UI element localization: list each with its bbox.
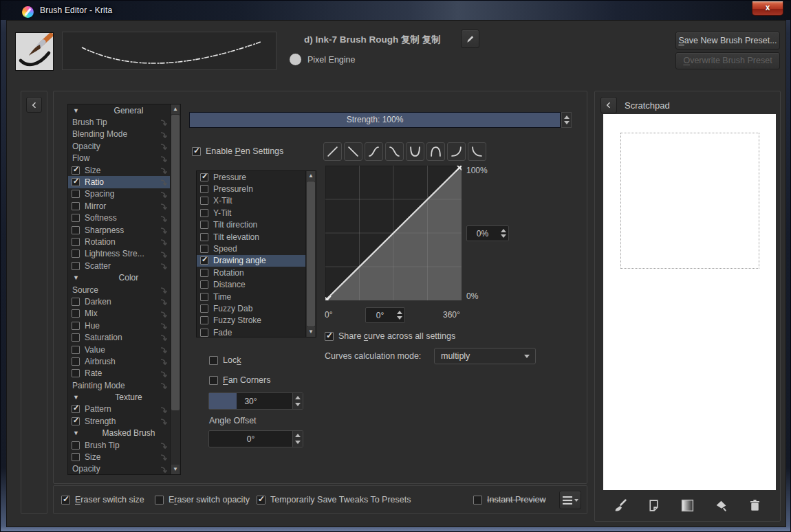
- checkbox-icon[interactable]: [72, 214, 80, 222]
- curve-preset-button[interactable]: [406, 142, 424, 161]
- list-item[interactable]: Distance: [197, 279, 316, 291]
- spin-up-icon[interactable]: [564, 115, 570, 119]
- spin-arrows[interactable]: [394, 308, 404, 322]
- checkbox-icon[interactable]: [72, 357, 80, 366]
- collapse-presets-button[interactable]: [26, 97, 42, 113]
- list-item[interactable]: Rate: [68, 368, 180, 379]
- checkbox-icon[interactable]: [200, 316, 208, 324]
- list-item[interactable]: Flow: [68, 153, 180, 164]
- checkbox-icon[interactable]: [72, 202, 80, 210]
- list-item[interactable]: Fuzzy Stroke: [197, 315, 316, 326]
- footer-checkbox[interactable]: Instant Preview: [473, 495, 545, 505]
- fan-corners-angle-slider[interactable]: 30°: [208, 392, 303, 410]
- footer-checkbox[interactable]: Eraser switch opacity: [155, 495, 250, 505]
- list-item[interactable]: Pressure: [197, 171, 316, 183]
- spin-down-icon[interactable]: [564, 121, 570, 124]
- curve-xvalue-spinbox[interactable]: 0°: [365, 307, 405, 323]
- curves-calculation-mode-select[interactable]: multiply: [434, 348, 536, 364]
- checkbox-icon[interactable]: [72, 238, 80, 246]
- list-item[interactable]: Speed: [197, 243, 316, 254]
- fill-background-button[interactable]: [713, 497, 730, 515]
- list-item[interactable]: Painting Mode: [68, 379, 180, 391]
- curve-preset-button[interactable]: [385, 142, 404, 161]
- spin-arrows[interactable]: [292, 431, 303, 447]
- curve-yvalue-spinbox[interactable]: 0%: [466, 225, 509, 241]
- fan-corners-checkbox[interactable]: Fan Corners: [209, 375, 270, 385]
- list-item[interactable]: Y-Tilt: [197, 207, 316, 219]
- list-section-header[interactable]: ▼General: [68, 104, 180, 116]
- scroll-up-icon[interactable]: ▲: [307, 171, 315, 181]
- list-item[interactable]: Source: [68, 284, 180, 296]
- checkbox-icon[interactable]: [325, 332, 334, 341]
- list-section-header[interactable]: ▼Texture: [68, 391, 180, 403]
- list-item[interactable]: Strength: [68, 415, 180, 427]
- checkbox-icon[interactable]: [72, 226, 80, 234]
- curve-preset-button[interactable]: [426, 142, 445, 161]
- checkbox-icon[interactable]: [72, 453, 80, 461]
- checkbox-icon[interactable]: [72, 417, 80, 425]
- sensors-scrollbar[interactable]: ▲ ▼: [305, 171, 316, 337]
- options-scrollbar[interactable]: ▲ ▼: [170, 104, 180, 474]
- list-item[interactable]: Time: [197, 291, 316, 302]
- scroll-up-icon[interactable]: ▲: [171, 104, 180, 114]
- checkbox-icon[interactable]: [72, 441, 80, 450]
- save-new-preset-button[interactable]: Save New Brush Preset...: [675, 32, 780, 49]
- checkbox-icon[interactable]: [72, 178, 80, 186]
- strength-spin-arrows[interactable]: [561, 112, 572, 128]
- list-item[interactable]: Brush Tip: [68, 439, 180, 451]
- curve-preset-button[interactable]: [447, 142, 466, 161]
- checkbox-icon[interactable]: [200, 221, 208, 229]
- list-item[interactable]: Fade: [197, 326, 316, 337]
- angle-offset-spinbox[interactable]: 0°: [208, 430, 303, 447]
- list-item[interactable]: Value: [68, 344, 180, 355]
- rename-preset-button[interactable]: [461, 30, 479, 48]
- list-item[interactable]: Rotation: [68, 236, 180, 247]
- list-item[interactable]: Opacity: [68, 463, 180, 475]
- checkbox-icon[interactable]: [200, 209, 208, 217]
- list-item[interactable]: Mirror: [68, 200, 180, 212]
- checkbox-icon[interactable]: [200, 173, 208, 181]
- scrollbar-thumb[interactable]: [171, 115, 180, 410]
- footer-checkbox[interactable]: Eraser switch size: [61, 495, 144, 505]
- checkbox-icon[interactable]: [200, 293, 208, 301]
- checkbox-icon[interactable]: [257, 496, 266, 505]
- list-item[interactable]: Blending Mode: [68, 129, 180, 140]
- checkbox-icon[interactable]: [61, 496, 70, 505]
- checkbox-icon[interactable]: [72, 190, 80, 198]
- curve-preset-button[interactable]: [365, 142, 383, 161]
- reset-scratchpad-button[interactable]: [746, 497, 764, 515]
- list-item[interactable]: Ratio: [68, 176, 180, 188]
- strength-slider[interactable]: Strength: 100%: [189, 112, 561, 128]
- curve-preset-button[interactable]: [323, 142, 342, 161]
- spin-arrows[interactable]: [498, 226, 508, 241]
- checkbox-icon[interactable]: [192, 147, 201, 156]
- list-item[interactable]: Fuzzy Dab: [197, 302, 316, 314]
- list-item[interactable]: Mix: [68, 308, 180, 320]
- list-item[interactable]: Rotation: [197, 267, 316, 278]
- section-collapse-icon[interactable]: ▼: [73, 274, 79, 281]
- checkbox-icon[interactable]: [72, 369, 80, 377]
- list-item[interactable]: Lightness Stre...: [68, 248, 180, 260]
- checkbox-icon[interactable]: [72, 346, 80, 354]
- collapse-scratchpad-button[interactable]: [600, 97, 617, 113]
- fill-preset-button[interactable]: [644, 497, 662, 515]
- list-item[interactable]: Size: [68, 164, 180, 176]
- section-collapse-icon[interactable]: ▼: [73, 430, 79, 436]
- checkbox-icon[interactable]: [72, 298, 80, 306]
- section-collapse-icon[interactable]: ▼: [73, 107, 79, 114]
- share-curve-checkbox[interactable]: Share curve across all settings: [325, 331, 455, 341]
- checkbox-icon[interactable]: [200, 280, 208, 289]
- list-item[interactable]: Darken: [68, 296, 180, 307]
- curve-preset-button[interactable]: [468, 142, 486, 161]
- list-item[interactable]: Saturation: [68, 331, 180, 343]
- checkbox-icon[interactable]: [72, 405, 80, 413]
- list-item[interactable]: Tilt elevation: [197, 231, 316, 243]
- list-item[interactable]: Opacity: [68, 140, 180, 152]
- list-item[interactable]: Airbrush: [68, 355, 180, 367]
- list-item[interactable]: Scatter: [68, 260, 180, 271]
- checkbox-icon[interactable]: [155, 496, 164, 505]
- transfer-curve-editor[interactable]: [325, 166, 462, 300]
- checkbox-icon[interactable]: [200, 256, 208, 265]
- list-section-header[interactable]: ▼Masked Brush: [68, 428, 180, 439]
- list-item[interactable]: Spacing: [68, 188, 180, 200]
